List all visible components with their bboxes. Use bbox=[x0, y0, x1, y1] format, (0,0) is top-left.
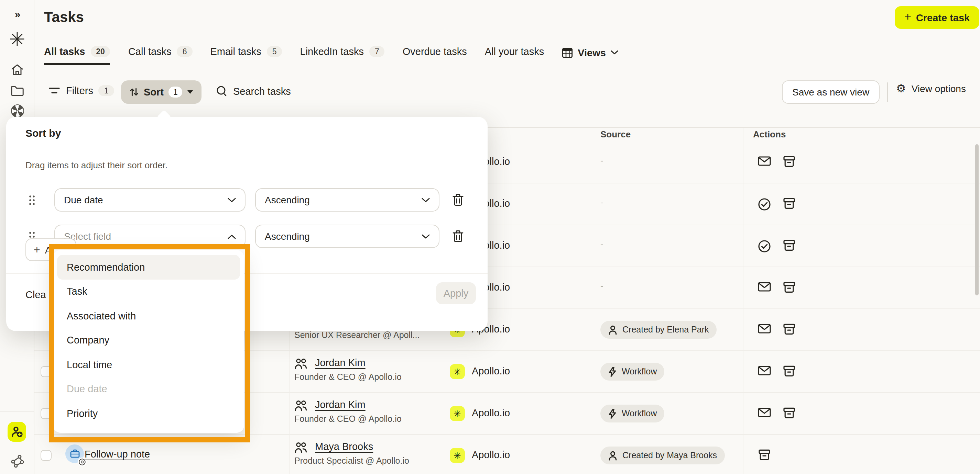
filters-button[interactable]: Filters 1 bbox=[48, 85, 114, 96]
company-name: Apollo.io bbox=[472, 365, 510, 376]
archive-action-icon[interactable] bbox=[758, 449, 771, 461]
complete-action-icon[interactable] bbox=[758, 198, 771, 211]
delete-sort-rule-icon[interactable] bbox=[452, 193, 464, 207]
sort-field-select[interactable]: Due date bbox=[54, 188, 245, 212]
workflow-nodes-icon[interactable] bbox=[0, 455, 34, 468]
company-name: Apollo.io bbox=[472, 449, 510, 460]
tab-label: LinkedIn tasks bbox=[300, 46, 364, 57]
chevron-down-icon bbox=[422, 198, 430, 202]
email-action-icon[interactable] bbox=[758, 365, 771, 376]
email-action-icon[interactable] bbox=[758, 323, 771, 334]
create-task-button[interactable]: + Create task bbox=[895, 6, 979, 29]
archive-action-icon[interactable] bbox=[783, 282, 796, 293]
views-menu[interactable]: Views bbox=[562, 47, 618, 64]
person-icon bbox=[608, 325, 617, 335]
source-badge: Workflow bbox=[600, 363, 664, 380]
grid-views-icon bbox=[562, 47, 573, 58]
vertical-scrollbar[interactable] bbox=[975, 144, 978, 295]
contact-subtitle: Product Specialist @ Apollo.io bbox=[294, 456, 409, 466]
dropdown-option-due-date: Due date bbox=[57, 377, 240, 401]
archive-action-icon[interactable] bbox=[783, 407, 796, 419]
chevron-down-icon bbox=[422, 234, 430, 239]
tab-linkedin-tasks[interactable]: LinkedIn tasks7 bbox=[300, 46, 385, 65]
view-options-button[interactable]: ⚙ View options bbox=[896, 83, 966, 94]
field-dropdown-menu: RecommendationTaskAssociated withCompany… bbox=[53, 250, 244, 433]
sort-direction-select[interactable]: Ascending bbox=[255, 188, 439, 212]
dropdown-option-associated-with[interactable]: Associated with bbox=[57, 304, 240, 328]
tab-call-tasks[interactable]: Call tasks6 bbox=[128, 46, 192, 65]
company-name: Apollo.io bbox=[472, 407, 510, 419]
row-checkbox[interactable] bbox=[41, 366, 52, 377]
source-empty: - bbox=[600, 155, 603, 166]
sort-arrows-icon bbox=[129, 87, 139, 97]
delete-sort-rule-icon[interactable] bbox=[452, 230, 464, 243]
company-logo-chip: ✳ bbox=[450, 364, 465, 379]
sort-button[interactable]: Sort 1 bbox=[121, 80, 202, 104]
people-icon bbox=[294, 358, 309, 370]
sidebar-expand-icon[interactable]: » bbox=[0, 8, 34, 20]
dropdown-option-priority[interactable]: Priority bbox=[57, 401, 240, 426]
sort-field-select-open[interactable]: Select field bbox=[54, 225, 245, 248]
dropdown-option-company[interactable]: Company bbox=[57, 328, 240, 352]
contact-name-link[interactable]: Jordan Kim bbox=[315, 399, 366, 410]
source-badge: Created by Elena Park bbox=[600, 321, 717, 339]
chevron-down-icon bbox=[228, 198, 236, 202]
filters-count-badge: 1 bbox=[99, 85, 114, 96]
tab-count-badge: 20 bbox=[91, 46, 110, 57]
tab-label: All your tasks bbox=[485, 46, 544, 57]
search-tasks[interactable]: Search tasks bbox=[216, 85, 291, 97]
tabs-bar: All tasks20Call tasks6Email tasks5Linked… bbox=[44, 45, 618, 66]
row-checkbox[interactable] bbox=[41, 450, 52, 461]
plus-icon: + bbox=[34, 244, 40, 256]
dropdown-option-recommendation[interactable]: Recommendation bbox=[57, 255, 240, 279]
tasks-page: » ✳ Tasks bbox=[0, 0, 980, 474]
add-user-button[interactable] bbox=[8, 422, 26, 442]
sort-popup-title: Sort by bbox=[25, 127, 61, 139]
sort-direction-select[interactable]: Ascending bbox=[255, 225, 439, 248]
dropdown-option-task[interactable]: Task bbox=[57, 279, 240, 304]
sort-rule-row: Select field Ascending bbox=[6, 225, 488, 248]
drag-handle-icon[interactable] bbox=[29, 195, 35, 205]
filter-icon bbox=[48, 87, 60, 95]
task-name-link[interactable]: Follow-up note bbox=[84, 449, 150, 460]
folder-icon[interactable] bbox=[0, 85, 34, 97]
contact-name-link[interactable]: Maya Brooks bbox=[315, 441, 373, 452]
row-checkbox[interactable] bbox=[41, 408, 52, 419]
complete-action-icon[interactable] bbox=[758, 240, 771, 253]
plus-icon: + bbox=[904, 10, 911, 24]
email-action-icon[interactable] bbox=[758, 407, 771, 418]
archive-action-icon[interactable] bbox=[783, 156, 796, 168]
tab-overdue-tasks[interactable]: Overdue tasks bbox=[402, 46, 467, 65]
archive-action-icon[interactable] bbox=[783, 323, 796, 335]
tab-count-badge: 6 bbox=[177, 46, 192, 57]
source-empty: - bbox=[600, 239, 603, 249]
clear-all-button[interactable]: Clea bbox=[25, 289, 46, 300]
people-icon bbox=[294, 442, 309, 454]
company-logo-chip: ✳ bbox=[450, 448, 465, 463]
source-badge: Created by Maya Brooks bbox=[600, 447, 724, 464]
email-action-icon[interactable] bbox=[758, 156, 771, 166]
archive-action-icon[interactable] bbox=[783, 365, 796, 377]
sort-popup-hint: Drag items to adjust their sort order. bbox=[25, 160, 167, 170]
apollo-logo-icon[interactable]: ✳ bbox=[0, 30, 34, 49]
page-title: Tasks bbox=[44, 9, 84, 25]
tab-email-tasks[interactable]: Email tasks5 bbox=[210, 46, 282, 65]
apply-button[interactable]: Apply bbox=[436, 282, 476, 304]
contact-subtitle: Senior UX Researcher @ Apoll... bbox=[294, 330, 420, 340]
gear-icon: ⚙ bbox=[896, 83, 906, 94]
archive-action-icon[interactable] bbox=[783, 240, 796, 251]
tab-all-tasks[interactable]: All tasks20 bbox=[44, 46, 110, 65]
email-action-icon[interactable] bbox=[758, 282, 771, 292]
column-header-actions: Actions bbox=[753, 129, 786, 140]
home-icon[interactable] bbox=[0, 63, 34, 77]
tab-count-badge: 5 bbox=[267, 46, 282, 57]
source-empty: - bbox=[600, 281, 603, 291]
dropdown-option-local-time[interactable]: Local time bbox=[57, 352, 240, 377]
chevron-up-icon bbox=[228, 234, 236, 239]
save-as-new-view-button[interactable]: Save as new view bbox=[782, 80, 880, 104]
contact-name-link[interactable]: Jordan Kim bbox=[315, 357, 366, 368]
tab-all-your-tasks[interactable]: All your tasks bbox=[485, 46, 544, 65]
ball-icon[interactable] bbox=[0, 105, 34, 117]
caret-down-icon bbox=[188, 90, 194, 94]
archive-action-icon[interactable] bbox=[783, 198, 796, 209]
